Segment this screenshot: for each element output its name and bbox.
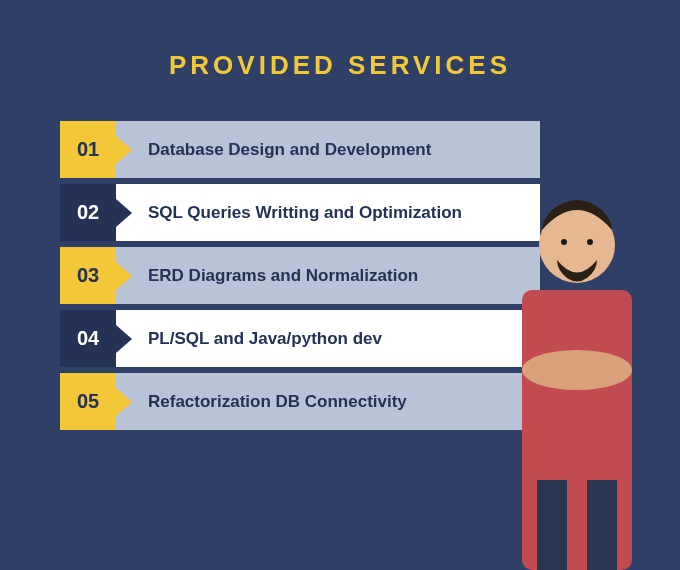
item-number: 01	[60, 121, 116, 178]
item-number: 04	[60, 310, 116, 367]
list-item: 05 Refactorization DB Connectivity	[60, 373, 540, 430]
svg-point-7	[587, 239, 593, 245]
item-label: Refactorization DB Connectivity	[116, 373, 540, 430]
page-title: PROVIDED SERVICES	[0, 0, 680, 121]
item-number: 02	[60, 184, 116, 241]
item-label: SQL Queries Writting and Optimization	[116, 184, 540, 241]
item-label: Database Design and Development	[116, 121, 540, 178]
svg-rect-2	[587, 480, 617, 570]
item-number: 05	[60, 373, 116, 430]
list-item: 04 PL/SQL and Java/python dev	[60, 310, 540, 367]
svg-point-6	[561, 239, 567, 245]
svg-rect-4	[542, 355, 612, 385]
services-list: 01 Database Design and Development 02 SQ…	[60, 121, 540, 430]
list-item: 02 SQL Queries Writting and Optimization	[60, 184, 540, 241]
list-item: 01 Database Design and Development	[60, 121, 540, 178]
list-item: 03 ERD Diagrams and Normalization	[60, 247, 540, 304]
item-number: 03	[60, 247, 116, 304]
item-label: ERD Diagrams and Normalization	[116, 247, 540, 304]
item-label: PL/SQL and Java/python dev	[116, 310, 540, 367]
svg-rect-1	[537, 480, 567, 570]
person-photo	[482, 170, 672, 570]
